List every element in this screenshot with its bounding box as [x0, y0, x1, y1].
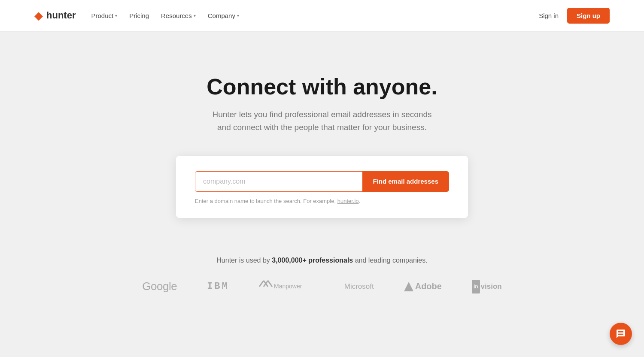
- sign-up-button[interactable]: Sign up: [567, 8, 610, 24]
- logo-icon: ◆: [34, 9, 43, 22]
- chevron-down-icon: ▾: [237, 13, 239, 18]
- chat-button[interactable]: [610, 323, 632, 345]
- nav-left: ◆ hunter Product ▾ Pricing Resources ▾ C…: [34, 9, 239, 22]
- nav-product[interactable]: Product ▾: [91, 12, 117, 19]
- search-hint: Enter a domain name to launch the search…: [195, 198, 449, 204]
- social-proof-text: Hunter is used by 3,000,000+ professiona…: [216, 257, 427, 264]
- chevron-down-icon: ▾: [115, 13, 117, 18]
- adobe-logo: Adobe: [404, 280, 442, 293]
- hero-subtitle: Hunter lets you find professional email …: [212, 108, 431, 134]
- find-email-button[interactable]: Find email addresses: [362, 172, 449, 191]
- hero-title: Connect with anyone.: [207, 74, 437, 100]
- svg-marker-5: [404, 282, 413, 291]
- nav-company[interactable]: Company ▾: [208, 12, 239, 19]
- svg-line-0: [259, 281, 264, 287]
- hunter-io-link[interactable]: hunter.io: [337, 198, 359, 204]
- ibm-logo: IBM: [207, 280, 229, 293]
- navbar: ◆ hunter Product ▾ Pricing Resources ▾ C…: [0, 0, 644, 31]
- hero-section: Connect with anyone. Hunter lets you fin…: [0, 31, 644, 357]
- microsoft-logo: Microsoft: [332, 280, 374, 293]
- sign-in-link[interactable]: Sign in: [539, 12, 559, 19]
- social-proof: Hunter is used by 3,000,000+ professiona…: [0, 257, 644, 293]
- search-input[interactable]: [195, 172, 362, 191]
- chat-icon: [616, 329, 626, 339]
- nav-pricing[interactable]: Pricing: [129, 12, 149, 19]
- logo[interactable]: ◆ hunter: [34, 9, 76, 22]
- manpower-logo: Manpower: [259, 280, 302, 293]
- google-logo: Google: [142, 280, 177, 293]
- chevron-down-icon: ▾: [194, 13, 196, 18]
- search-row: Find email addresses: [195, 171, 449, 192]
- invision-logo: invision: [472, 280, 502, 293]
- nav-links: Product ▾ Pricing Resources ▾ Company ▾: [91, 12, 239, 19]
- search-card: Find email addresses Enter a domain name…: [176, 156, 468, 218]
- company-logos: Google IBM Manpower: [142, 280, 501, 293]
- logo-text: hunter: [46, 10, 76, 21]
- nav-resources[interactable]: Resources ▾: [161, 12, 196, 19]
- nav-right: Sign in Sign up: [539, 8, 610, 24]
- svg-text:Manpower: Manpower: [274, 283, 302, 290]
- svg-line-3: [268, 281, 272, 287]
